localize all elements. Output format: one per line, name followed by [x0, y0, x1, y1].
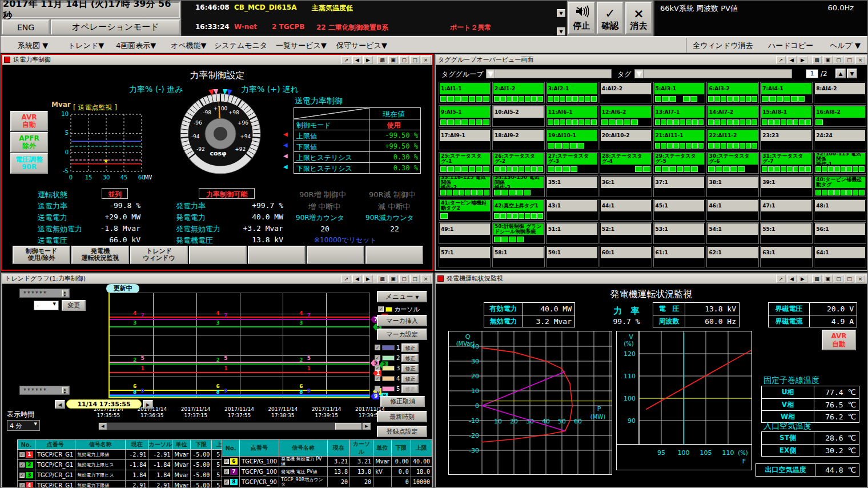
fix-cancel-button[interactable]: 修正取消	[380, 396, 425, 407]
tag-cell-27[interactable]: 27:ステータスタグ-3	[546, 152, 598, 174]
tag-group-dropdown[interactable]: ▼	[486, 69, 612, 78]
window-button-7[interactable]: ×	[421, 56, 431, 64]
window-button-7[interactable]: ×	[421, 275, 431, 283]
alarm-erase-button[interactable]: × 消去	[625, 2, 652, 34]
menu-item-5[interactable]: 一覧サービス▼	[276, 41, 327, 51]
cursor-toggle-row[interactable]: ✓ カーソル	[378, 305, 420, 313]
tag-cell-34[interactable]: 34:130-150 電気関係 操作-3	[492, 175, 545, 197]
trend-range-select[interactable]: -▼	[34, 301, 59, 310]
scroll-thumb[interactable]	[335, 423, 361, 430]
tag-cell-18[interactable]: 18:AI9-2	[492, 129, 545, 150]
trend-scrollbar[interactable]: ◀ ▶	[98, 422, 371, 430]
tag-cell-56[interactable]: 56:1	[814, 222, 866, 244]
tag-cell-42[interactable]: 42:真空上昇タグ1	[492, 199, 545, 221]
tag-cell-20[interactable]: 20:AI10-2	[600, 129, 652, 150]
tag-cell-2[interactable]: 2:AI1-2	[492, 82, 545, 103]
menu-item-0[interactable]: 系統図 ▼	[18, 41, 48, 51]
tag-cell-22[interactable]: 22:AI11-2	[706, 129, 759, 150]
tag-cell-38[interactable]: 38:1	[706, 175, 759, 197]
window-button-5[interactable]: ▢	[399, 275, 409, 283]
trend-line-tag-9[interactable]: 9	[371, 393, 379, 399]
tag-cell-28[interactable]: 28:ステータスタグ-4	[600, 152, 652, 174]
menu-item-1[interactable]: トレンド▼	[68, 41, 104, 51]
menu-item-4[interactable]: システムモニタ	[214, 41, 267, 51]
cursor-time-tag[interactable]: 11/14 17:35:55	[66, 399, 142, 409]
register-point-button[interactable]: 登録点設定	[377, 426, 427, 437]
tag-cell-62[interactable]: 62:1	[706, 246, 759, 267]
pen-fix-button[interactable]: 修正	[401, 364, 419, 373]
window-button-5[interactable]: ▢	[834, 56, 843, 64]
tag-cell-6[interactable]: 6:AI3-2	[706, 82, 759, 103]
tag-cell-64[interactable]: 64:1	[814, 246, 866, 267]
table-row[interactable]: ✓1TGCP/CR_G1無効電力上限値-2.91-2.91Mvar-5.005.…	[18, 450, 232, 460]
row-checkbox[interactable]: ✓	[19, 452, 25, 457]
window-button-2[interactable]: ▶	[363, 56, 373, 64]
pf-bottom-button-4[interactable]	[248, 246, 306, 264]
tags-title-bar[interactable]: タググループオーバービュー画面 ↗◀▶▩▣▢□×	[436, 55, 867, 65]
pen-checkbox[interactable]: ✓	[375, 355, 380, 361]
window-button-4[interactable]: ▣	[823, 56, 833, 64]
menu-item-3[interactable]: オペ機能▼	[171, 41, 207, 51]
pf-side-button-2[interactable]: 電圧調整 90R	[10, 153, 48, 174]
tag-cell-59[interactable]: 59:1	[546, 246, 598, 267]
tag-cell-52[interactable]: 52:1	[600, 222, 652, 244]
tag-cell-3[interactable]: 3:AI2-1	[546, 82, 598, 103]
tag-cell-9[interactable]: 9:AI5-1	[439, 105, 491, 127]
time-tag-right-arrow[interactable]: ▶	[143, 400, 153, 409]
tag-cell-8[interactable]: 8:AI4-2	[814, 82, 866, 103]
row-checkbox[interactable]: ✓	[224, 459, 229, 464]
tag-cell-13[interactable]: 13:AI7-1	[653, 105, 706, 127]
page-up-button[interactable]: ▲	[835, 69, 846, 78]
window-button-3[interactable]: ▩	[812, 56, 822, 64]
alarm-ack-button[interactable]: ✓ 確認	[597, 2, 624, 34]
tag-cell-24[interactable]: 24:24	[814, 129, 866, 150]
spinner-arrows-icon[interactable]: ▲▼	[62, 387, 69, 394]
tag-cell-31[interactable]: 31:ステータスタグ-7	[760, 152, 813, 174]
window-button-6[interactable]: □	[845, 56, 854, 64]
tag-cell-39[interactable]: 39:1	[760, 175, 813, 197]
window-button-2[interactable]: ▶	[798, 56, 807, 64]
avr-auto-button[interactable]: AVR 自動	[822, 330, 856, 350]
pf-side-button-0[interactable]: AVR 自動	[10, 111, 48, 131]
pf-bottom-button-5[interactable]	[307, 246, 364, 264]
display-time-select[interactable]: 4 分▼	[7, 420, 40, 431]
tag-cell-25[interactable]: 25:ステータスタグ-1	[439, 152, 491, 174]
tag-cell-54[interactable]: 54:1	[706, 222, 759, 244]
scroll-right-arrow[interactable]: ▶	[363, 423, 371, 430]
window-button-4[interactable]: ▣	[388, 56, 398, 64]
tag-cell-1[interactable]: 1:AI1-1	[439, 82, 491, 103]
pen-checkbox[interactable]: ✓	[375, 345, 380, 350]
window-button-3[interactable]: ▩	[377, 56, 387, 64]
tag-cell-37[interactable]: 37:1	[653, 175, 706, 197]
window-button-1[interactable]: ◀	[787, 56, 797, 64]
window-button-0[interactable]: ↗	[341, 56, 351, 64]
tag-cell-12[interactable]: 12:AI6-2	[600, 105, 652, 127]
pf-bottom-button-3[interactable]	[189, 246, 247, 264]
alarm2-dropdown-icon[interactable]: ▼	[557, 27, 565, 35]
window-button-6[interactable]: □	[410, 56, 420, 64]
tag-cell-29[interactable]: 29:ステータスタグ-5	[653, 152, 706, 174]
row-checkbox[interactable]: ✓	[19, 473, 25, 478]
marker-insert-button[interactable]: マーカ挿入	[377, 315, 427, 326]
menu-item-2[interactable]: 4画面表示▼	[116, 41, 156, 51]
pf-bottom-button-2[interactable]: トレンド ウィンドウ	[130, 246, 188, 264]
scroll-left-arrow[interactable]: ◀	[99, 423, 107, 430]
trend-title-bar[interactable]: トレンドグラフ(1:力率制御) ↗◀▶▩▣▢□×	[2, 274, 432, 284]
marker-set-button[interactable]: マーカ設定	[377, 329, 427, 340]
tag-cell-48[interactable]: 48:1	[814, 199, 866, 221]
tag-cell-53[interactable]: 53:1	[653, 222, 706, 244]
row-checkbox[interactable]: ✓	[19, 483, 25, 488]
tag-cell-16[interactable]: 16:AI8-2	[814, 105, 866, 127]
tag-cell-17[interactable]: 17:AI9-1	[439, 129, 491, 150]
tag-cell-33[interactable]: 33:116-125 電気関係 操作-2	[439, 175, 491, 197]
window-button-1[interactable]: ◀	[787, 275, 797, 283]
tag-cell-63[interactable]: 63:1	[760, 246, 813, 267]
row-checkbox[interactable]: ✓	[19, 462, 25, 467]
table-row[interactable]: ✓2TGCP/CR_G1無効電力上限ヒス-1.84-1.84Mvar-5.005…	[18, 460, 232, 470]
page-number-box[interactable]: 1	[806, 69, 818, 78]
alarm-list[interactable]: 16:46:08 CB_MCD_DI615A 主蒸気温度低 16:33:24 W…	[181, 1, 567, 36]
tag-cell-26[interactable]: 26:ステータスタグ-2	[492, 152, 545, 174]
row-checkbox[interactable]: ✓	[224, 469, 229, 474]
tag-cell-11[interactable]: 11:AI6-1	[546, 105, 598, 127]
pf-bottom-button-1[interactable]: 発電機 運転状況監視	[71, 246, 129, 264]
